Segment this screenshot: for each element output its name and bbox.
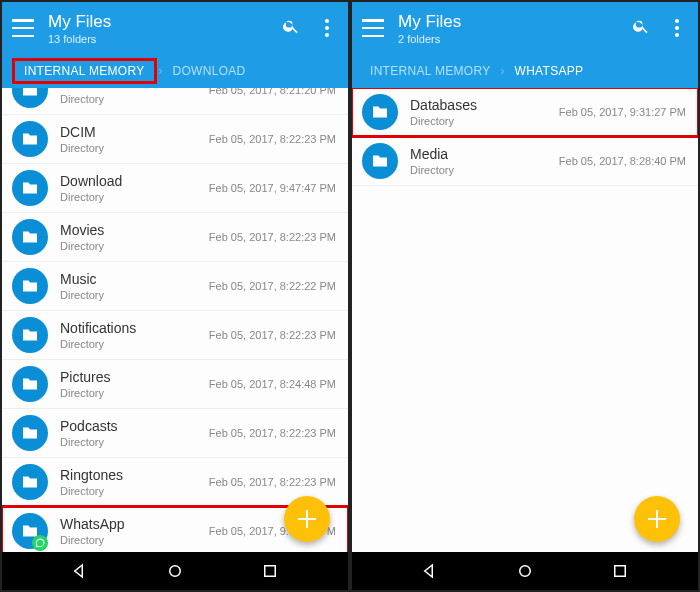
more-icon[interactable]	[316, 19, 338, 37]
folder-row[interactable]: Podcasts Directory Feb 05, 2017, 8:22:23…	[2, 409, 348, 458]
left-screen: My Files 13 folders INTERNAL MEMORY›DOWN…	[0, 0, 350, 592]
folder-type: Directory	[60, 436, 209, 448]
folder-name: WhatsApp	[60, 516, 209, 532]
folder-icon	[362, 143, 398, 179]
folder-row[interactable]: Download Directory Feb 05, 2017, 9:47:47…	[2, 164, 348, 213]
folder-name: DCIM	[60, 88, 209, 91]
home-button[interactable]	[516, 562, 534, 580]
search-icon[interactable]	[280, 17, 302, 40]
chevron-right-icon: ›	[501, 64, 505, 78]
folder-time: Feb 05, 2017, 8:22:23 PM	[209, 133, 336, 145]
folder-icon	[12, 366, 48, 402]
folder-type: Directory	[60, 93, 209, 105]
svg-rect-1	[265, 566, 276, 577]
folder-icon	[12, 219, 48, 255]
folder-time: Feb 05, 2017, 8:22:23 PM	[209, 329, 336, 341]
folder-row[interactable]: Notifications Directory Feb 05, 2017, 8:…	[2, 311, 348, 360]
breadcrumb-item[interactable]: WHATSAPP	[509, 60, 590, 82]
search-icon[interactable]	[630, 17, 652, 40]
svg-rect-3	[615, 566, 626, 577]
folder-meta: DCIM Directory	[60, 124, 209, 154]
folder-meta: Download Directory	[60, 173, 209, 203]
right-screen: My Files 2 folders INTERNAL MEMORY›WHATS…	[350, 0, 700, 592]
folder-time: Feb 05, 2017, 8:22:23 PM	[209, 427, 336, 439]
folder-icon	[12, 317, 48, 353]
folder-row[interactable]: DCIM Directory Feb 05, 2017, 8:21:20 PM	[2, 88, 348, 115]
home-button[interactable]	[166, 562, 184, 580]
folder-meta: Databases Directory	[410, 97, 559, 127]
folder-type: Directory	[60, 191, 209, 203]
folder-type: Directory	[410, 115, 559, 127]
folder-type: Directory	[60, 142, 209, 154]
folder-type: Directory	[60, 387, 209, 399]
more-icon[interactable]	[666, 19, 688, 37]
folder-name: Download	[60, 173, 209, 189]
app-title: My Files	[48, 12, 266, 32]
folder-name: Media	[410, 146, 559, 162]
app-header: My Files 13 folders	[2, 2, 348, 54]
breadcrumb-item[interactable]: DOWNLOAD	[167, 60, 252, 82]
app-title: My Files	[398, 12, 616, 32]
folder-meta: Media Directory	[410, 146, 559, 176]
folder-time: Feb 05, 2017, 8:22:22 PM	[209, 280, 336, 292]
android-navbar	[352, 552, 698, 590]
recent-button[interactable]	[611, 562, 629, 580]
back-button[interactable]	[421, 562, 439, 580]
folder-name: Notifications	[60, 320, 209, 336]
folder-time: Feb 05, 2017, 8:22:23 PM	[209, 476, 336, 488]
breadcrumb: INTERNAL MEMORY›DOWNLOAD	[2, 54, 348, 88]
add-fab[interactable]	[634, 496, 680, 542]
folder-meta: Notifications Directory	[60, 320, 209, 350]
app-subtitle: 2 folders	[398, 33, 616, 45]
title-block: My Files 2 folders	[398, 12, 616, 45]
folder-name: Ringtones	[60, 467, 209, 483]
folder-row[interactable]: Pictures Directory Feb 05, 2017, 8:24:48…	[2, 360, 348, 409]
folder-name: Music	[60, 271, 209, 287]
folder-icon	[12, 464, 48, 500]
folder-type: Directory	[60, 534, 209, 546]
folder-time: Feb 05, 2017, 9:47:47 PM	[209, 182, 336, 194]
folder-name: Podcasts	[60, 418, 209, 434]
hamburger-icon[interactable]	[12, 19, 34, 37]
whatsapp-badge-icon	[32, 535, 48, 551]
folder-time: Feb 05, 2017, 8:21:20 PM	[209, 88, 336, 96]
title-block: My Files 13 folders	[48, 12, 266, 45]
svg-point-0	[170, 566, 181, 577]
folder-time: Feb 05, 2017, 9:31:27 PM	[559, 106, 686, 118]
folder-meta: Podcasts Directory	[60, 418, 209, 448]
folder-name: DCIM	[60, 124, 209, 140]
folder-time: Feb 05, 2017, 8:24:48 PM	[209, 378, 336, 390]
breadcrumb-item[interactable]: INTERNAL MEMORY	[364, 60, 497, 82]
chevron-right-icon: ›	[159, 64, 163, 78]
folder-name: Databases	[410, 97, 559, 113]
folder-icon	[12, 88, 48, 108]
folder-row[interactable]: Media Directory Feb 05, 2017, 8:28:40 PM	[352, 137, 698, 186]
folder-icon	[12, 121, 48, 157]
folder-type: Directory	[60, 485, 209, 497]
folder-row[interactable]: Databases Directory Feb 05, 2017, 9:31:2…	[352, 88, 698, 137]
breadcrumb-item[interactable]: INTERNAL MEMORY	[18, 60, 151, 82]
folder-row[interactable]: Music Directory Feb 05, 2017, 8:22:22 PM	[2, 262, 348, 311]
file-list[interactable]: DCIM Directory Feb 05, 2017, 8:21:20 PM …	[2, 88, 348, 552]
folder-meta: DCIM Directory	[60, 88, 209, 105]
back-button[interactable]	[71, 562, 89, 580]
file-list[interactable]: Databases Directory Feb 05, 2017, 9:31:2…	[352, 88, 698, 552]
hamburger-icon[interactable]	[362, 19, 384, 37]
recent-button[interactable]	[261, 562, 279, 580]
folder-type: Directory	[60, 338, 209, 350]
folder-meta: WhatsApp Directory	[60, 516, 209, 546]
add-fab[interactable]	[284, 496, 330, 542]
android-navbar	[2, 552, 348, 590]
folder-type: Directory	[60, 240, 209, 252]
folder-time: Feb 05, 2017, 8:22:23 PM	[209, 231, 336, 243]
folder-type: Directory	[410, 164, 559, 176]
folder-icon	[362, 94, 398, 130]
svg-point-2	[520, 566, 531, 577]
folder-meta: Movies Directory	[60, 222, 209, 252]
folder-name: Movies	[60, 222, 209, 238]
folder-icon	[12, 415, 48, 451]
folder-row[interactable]: DCIM Directory Feb 05, 2017, 8:22:23 PM	[2, 115, 348, 164]
folder-row[interactable]: Movies Directory Feb 05, 2017, 8:22:23 P…	[2, 213, 348, 262]
breadcrumb: INTERNAL MEMORY›WHATSAPP	[352, 54, 698, 88]
folder-meta: Music Directory	[60, 271, 209, 301]
